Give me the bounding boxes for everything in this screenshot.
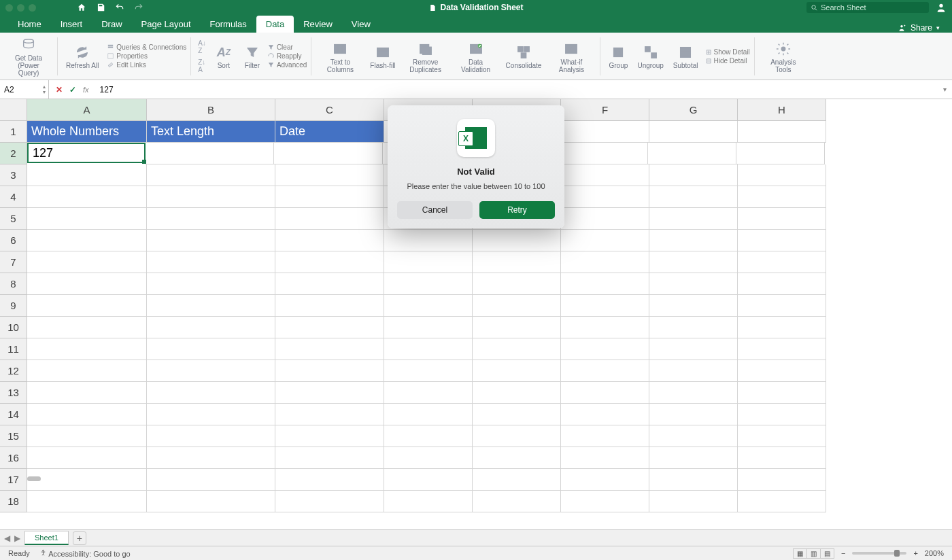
tab-formulas[interactable]: Formulas xyxy=(201,16,256,33)
cell-C14[interactable] xyxy=(275,404,384,425)
cell-A11[interactable] xyxy=(27,338,147,360)
sheet-nav-next-icon[interactable]: ▶ xyxy=(14,533,20,543)
cell-E8[interactable] xyxy=(473,273,561,295)
cell-G14[interactable] xyxy=(649,404,738,425)
cell-D8[interactable] xyxy=(384,273,473,295)
row-header-15[interactable]: 15 xyxy=(0,425,27,447)
cell-F14[interactable] xyxy=(561,404,649,425)
show-detail-button[interactable]: ⊞ Show Detail xyxy=(706,48,749,56)
cell-H14[interactable] xyxy=(738,404,826,425)
cell-H7[interactable] xyxy=(738,251,826,273)
cell-G9[interactable] xyxy=(649,295,738,317)
zoom-out-button[interactable]: − xyxy=(841,549,845,557)
row-header-12[interactable]: 12 xyxy=(0,360,27,382)
tab-draw[interactable]: Draw xyxy=(92,16,131,33)
save-icon[interactable] xyxy=(96,3,105,12)
edit-links-button[interactable]: Edit Links xyxy=(107,61,146,69)
cell-H16[interactable] xyxy=(738,447,826,469)
row-header-3[interactable]: 3 xyxy=(0,164,27,186)
tab-review[interactable]: Review xyxy=(294,16,342,33)
tab-insert[interactable]: Insert xyxy=(51,16,92,33)
user-icon[interactable] xyxy=(936,2,947,13)
tab-view[interactable]: View xyxy=(342,16,380,33)
cell-D10[interactable] xyxy=(384,317,473,338)
column-header-H[interactable]: H xyxy=(738,99,826,121)
subtotal-button[interactable]: Subtotal xyxy=(669,35,702,77)
cell-F12[interactable] xyxy=(561,360,649,382)
cell-G1[interactable] xyxy=(649,121,738,143)
cell-H2[interactable] xyxy=(736,143,825,164)
column-header-G[interactable]: G xyxy=(649,99,738,121)
cell-F6[interactable] xyxy=(561,230,649,251)
cell-B14[interactable] xyxy=(147,404,275,425)
cell-H10[interactable] xyxy=(738,317,826,338)
cell-B9[interactable] xyxy=(147,295,275,317)
cell-G10[interactable] xyxy=(649,317,738,338)
select-all-corner[interactable] xyxy=(0,99,27,121)
cell-F18[interactable] xyxy=(561,491,649,512)
cell-H9[interactable] xyxy=(738,295,826,317)
cell-F9[interactable] xyxy=(561,295,649,317)
group-button[interactable]: Group xyxy=(605,35,632,77)
cell-C6[interactable] xyxy=(275,230,384,251)
cell-D18[interactable] xyxy=(384,491,473,512)
cell-B7[interactable] xyxy=(147,251,275,273)
cell-D6[interactable] xyxy=(384,230,473,251)
cell-H12[interactable] xyxy=(738,360,826,382)
cell-C10[interactable] xyxy=(275,317,384,338)
cell-E10[interactable] xyxy=(473,317,561,338)
row-header-18[interactable]: 18 xyxy=(0,491,27,512)
cell-C2[interactable] xyxy=(274,143,383,164)
cell-E7[interactable] xyxy=(473,251,561,273)
cell-E6[interactable] xyxy=(473,230,561,251)
cell-G8[interactable] xyxy=(649,273,738,295)
cancel-edit-icon[interactable]: ✕ xyxy=(56,85,63,94)
cell-B1[interactable]: Text Length xyxy=(147,121,275,143)
zoom-level[interactable]: 200% xyxy=(925,549,944,557)
cell-A6[interactable] xyxy=(27,230,147,251)
close-window-icon[interactable] xyxy=(5,4,13,12)
cell-B15[interactable] xyxy=(147,425,275,447)
cell-D9[interactable] xyxy=(384,295,473,317)
sort-desc-button[interactable]: Z↓A xyxy=(198,58,206,73)
cell-A1[interactable]: Whole Numbers xyxy=(27,121,147,143)
reapply-filter-button[interactable]: Reapply xyxy=(267,52,302,60)
cell-E13[interactable] xyxy=(473,382,561,404)
sheet-nav-prev-icon[interactable]: ◀ xyxy=(4,533,10,543)
cell-A7[interactable] xyxy=(27,251,147,273)
cell-F11[interactable] xyxy=(561,338,649,360)
cell-B13[interactable] xyxy=(147,382,275,404)
tab-home[interactable]: Home xyxy=(8,16,51,33)
cell-F7[interactable] xyxy=(561,251,649,273)
cell-D11[interactable] xyxy=(384,338,473,360)
cell-B16[interactable] xyxy=(147,447,275,469)
cell-D7[interactable] xyxy=(384,251,473,273)
normal-view-icon[interactable]: ▦ xyxy=(793,548,807,559)
page-layout-view-icon[interactable]: ▥ xyxy=(806,548,821,559)
view-mode-buttons[interactable]: ▦▥▤ xyxy=(794,549,834,557)
queries-connections-button[interactable]: Queries & Connections xyxy=(107,43,186,51)
cell-C15[interactable] xyxy=(275,425,384,447)
row-header-1[interactable]: 1 xyxy=(0,121,27,143)
cell-C3[interactable] xyxy=(275,164,384,186)
cell-C17[interactable] xyxy=(275,469,384,491)
cell-E14[interactable] xyxy=(473,404,561,425)
cell-A4[interactable] xyxy=(27,186,147,208)
search-sheet-input[interactable]: Search Sheet xyxy=(806,2,929,13)
get-data-button[interactable]: Get Data (Power Query) xyxy=(4,35,53,77)
flash-fill-button[interactable]: Flash-fill xyxy=(366,35,399,77)
cell-G5[interactable] xyxy=(649,208,738,230)
row-header-4[interactable]: 4 xyxy=(0,186,27,208)
row-header-13[interactable]: 13 xyxy=(0,382,27,404)
cell-H15[interactable] xyxy=(738,425,826,447)
properties-button[interactable]: Properties xyxy=(107,52,148,60)
row-header-17[interactable]: 17 xyxy=(0,469,27,491)
cell-G3[interactable] xyxy=(649,164,738,186)
cell-D16[interactable] xyxy=(384,447,473,469)
cell-F16[interactable] xyxy=(561,447,649,469)
row-header-9[interactable]: 9 xyxy=(0,295,27,317)
text-to-columns-button[interactable]: Text to Columns xyxy=(316,35,364,77)
cell-E15[interactable] xyxy=(473,425,561,447)
minimize-window-icon[interactable] xyxy=(17,4,24,12)
cell-F17[interactable] xyxy=(561,469,649,491)
